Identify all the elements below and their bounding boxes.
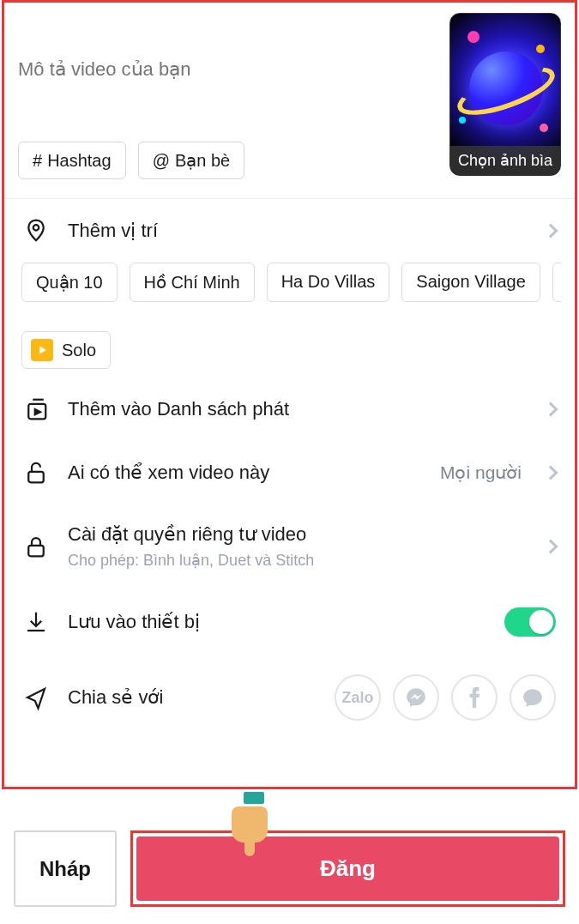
share-targets: Zalo: [335, 674, 556, 721]
solo-label: Solo: [62, 341, 96, 360]
location-chip[interactable]: OYO 372 V: [552, 263, 561, 302]
lock-icon: [23, 534, 49, 559]
privacy-settings-row[interactable]: Cài đặt quyền riêng tư video Cho phép: B…: [18, 504, 561, 589]
share-label: Chia sẻ với: [68, 686, 316, 709]
post-button-highlight: Đăng: [130, 830, 565, 907]
location-chip[interactable]: Quận 10: [21, 263, 118, 302]
share-facebook-button[interactable]: [451, 674, 498, 721]
cover-thumbnail[interactable]: Chọn ảnh bìa: [449, 13, 561, 176]
add-playlist-row[interactable]: Thêm vào Danh sách phát: [18, 377, 561, 441]
choose-cover-label: Chọn ảnh bìa: [450, 146, 560, 175]
post-form: Chọn ảnh bìa # Hashtag @ Bạn bè Thêm vị …: [2, 0, 577, 789]
playlist-icon: [23, 396, 49, 422]
privacy-label: Cài đặt quyền riêng tư video: [68, 523, 527, 546]
share-with-row: Chia sẻ với Zalo: [18, 655, 561, 726]
visibility-row[interactable]: Ai có thể xem video này Mọi người: [18, 441, 561, 504]
unlock-icon: [23, 460, 49, 486]
decor-dot: [536, 45, 545, 53]
post-button[interactable]: Đăng: [136, 836, 559, 901]
location-chip[interactable]: Saigon Village: [401, 263, 540, 302]
share-messenger-button[interactable]: [393, 674, 439, 721]
toggle-knob: [529, 610, 553, 634]
playlist-label: Thêm vào Danh sách phát: [68, 398, 527, 420]
decor-dot: [467, 31, 479, 43]
bottom-buttons: Nháp Đăng: [0, 830, 579, 924]
comment-icon: [522, 686, 544, 709]
share-zalo-button[interactable]: Zalo: [335, 674, 381, 721]
description-input[interactable]: [18, 13, 436, 124]
share-comment-button[interactable]: [510, 674, 556, 721]
add-location-label: Thêm vị trí: [68, 220, 527, 242]
svg-point-0: [33, 225, 39, 231]
chevron-right-icon: [544, 224, 558, 239]
download-icon: [23, 609, 49, 635]
location-suggestions[interactable]: Quận 10 Hồ Chí Minh Ha Do Villas Saigon …: [18, 263, 561, 305]
chevron-right-icon: [544, 540, 558, 554]
chevron-right-icon: [544, 466, 558, 480]
visibility-value: Mọi người: [440, 462, 522, 483]
decor-dot: [540, 124, 548, 132]
solo-template-chip[interactable]: Solo: [21, 331, 111, 369]
template-chips: Solo: [18, 331, 561, 369]
location-chip[interactable]: Ha Do Villas: [267, 263, 390, 302]
save-device-toggle[interactable]: [504, 607, 556, 637]
chevron-right-icon: [544, 402, 558, 417]
privacy-sublabel: Cho phép: Bình luận, Duet và Stitch: [68, 551, 527, 570]
svg-rect-2: [28, 472, 44, 483]
location-pin-icon: [23, 218, 49, 244]
save-to-device-row: Lưu vào thiết bị: [18, 589, 561, 655]
description-area: Chọn ảnh bìa: [18, 13, 561, 176]
zalo-text: Zalo: [341, 689, 373, 707]
privacy-text: Cài đặt quyền riêng tư video Cho phép: B…: [68, 523, 527, 570]
decor-dot: [459, 117, 466, 124]
draft-button[interactable]: Nháp: [14, 830, 117, 907]
svg-rect-3: [28, 546, 44, 557]
share-icon: [23, 685, 49, 710]
save-device-label: Lưu vào thiết bị: [68, 611, 486, 633]
visibility-label: Ai có thể xem video này: [68, 462, 421, 484]
location-chip[interactable]: Hồ Chí Minh: [130, 263, 255, 302]
facebook-icon: [468, 686, 480, 709]
play-square-icon: [31, 339, 53, 361]
messenger-icon: [405, 686, 427, 709]
add-location-row[interactable]: Thêm vị trí: [18, 199, 561, 263]
